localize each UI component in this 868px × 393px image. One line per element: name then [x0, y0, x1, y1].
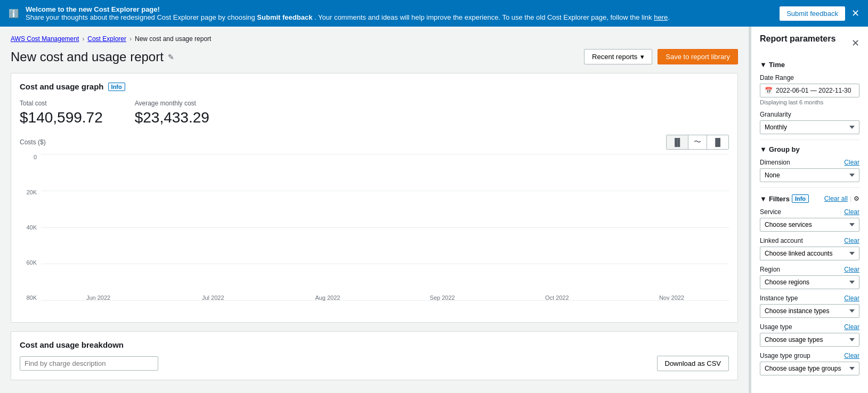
- usage-type-group-clear-link[interactable]: Clear: [844, 352, 859, 359]
- linked-account-field-header: Linked account Clear: [760, 237, 859, 244]
- banner-icon: ℹ️: [9, 9, 19, 19]
- chart-type-buttons: ▐▌ 〜 ▐▌: [666, 135, 729, 150]
- date-hint: Displaying last 6 months: [760, 99, 859, 105]
- chart-card: Cost and usage graph Info Total cost $14…: [11, 73, 738, 323]
- instance-type-field-header: Instance type Clear: [760, 294, 859, 302]
- chart-card-title: Cost and usage graph Info: [20, 82, 729, 91]
- usage-type-clear-link[interactable]: Clear: [844, 323, 859, 331]
- breakdown-title: Cost and usage breakdown: [20, 340, 729, 349]
- usage-type-group-field-header: Usage type group Clear: [760, 352, 859, 359]
- page-title-actions: Recent reports ▾ Save to report library: [584, 49, 738, 64]
- usage-type-select[interactable]: Choose usage types: [760, 333, 859, 347]
- page-title-row: New cost and usage report ✎ Recent repor…: [11, 49, 738, 64]
- bar-group-jun: Jun 2022: [41, 292, 156, 301]
- edit-title-icon[interactable]: ✎: [168, 53, 174, 61]
- granularity-select[interactable]: Monthly Daily Hourly: [760, 120, 859, 134]
- submit-feedback-button[interactable]: Submit feedback: [780, 6, 845, 21]
- calendar-icon: 📅: [765, 87, 773, 94]
- instance-type-select[interactable]: Choose instance types: [760, 304, 859, 318]
- bar-group-nov: Nov 2022: [614, 292, 729, 301]
- chart-info-badge[interactable]: Info: [108, 83, 125, 91]
- dimension-clear-link[interactable]: Clear: [844, 159, 859, 166]
- service-field-header: Service Clear: [760, 208, 859, 216]
- granularity-label: Granularity: [760, 111, 859, 118]
- time-section-header[interactable]: ▼ Time: [760, 61, 859, 69]
- save-report-button[interactable]: Save to report library: [658, 49, 738, 64]
- linked-account-select[interactable]: Choose linked accounts: [760, 247, 859, 260]
- region-clear-link[interactable]: Clear: [844, 266, 859, 273]
- avg-cost-stat: Average monthly cost $23,433.29: [135, 100, 209, 126]
- breadcrumb-current: New cost and usage report: [135, 35, 211, 43]
- banner-close-button[interactable]: ✕: [851, 9, 859, 18]
- bar-group-oct: Oct 2022: [500, 292, 614, 301]
- bar-group-sep: Sep 2022: [385, 292, 500, 301]
- group-by-arrow-icon: ▼: [760, 145, 767, 153]
- filters-arrow-icon: ▼: [760, 195, 767, 203]
- filters-title[interactable]: ▼ Filters Info: [760, 194, 809, 203]
- dimension-field-header: Dimension Clear: [760, 159, 859, 166]
- breadcrumb-aws-cost[interactable]: AWS Cost Management: [11, 35, 79, 43]
- total-cost-stat: Total cost $140,599.72: [20, 100, 103, 126]
- chart-inner: Jun 2022 Jul 2022 Aug 2022: [41, 154, 729, 314]
- panel-close-button[interactable]: ✕: [851, 37, 859, 49]
- usage-type-field-header: Usage type Clear: [760, 323, 859, 331]
- time-arrow-icon: ▼: [760, 61, 767, 69]
- report-parameters-panel: Report parameters ✕ ▼ Time Date Range 📅 …: [751, 27, 868, 393]
- dropdown-arrow-icon: ▾: [640, 53, 644, 61]
- service-select[interactable]: Choose services: [760, 218, 859, 232]
- filters-info-badge[interactable]: Info: [792, 194, 809, 203]
- filters-section-header: ▼ Filters Info Clear all | ⚙: [760, 194, 859, 203]
- y-axis: 80K 60K 40K 20K 0: [20, 154, 37, 314]
- breakdown-controls: Download as CSV: [20, 356, 729, 371]
- group-by-section-header[interactable]: ▼ Group by: [760, 145, 859, 153]
- filters-clear-all-link[interactable]: Clear all: [824, 195, 848, 202]
- panel-title: Report parameters: [760, 34, 835, 44]
- line-chart-button[interactable]: 〜: [688, 135, 707, 149]
- bar-group-aug: Aug 2022: [270, 292, 385, 301]
- date-range-input[interactable]: 📅 2022-06-01 — 2022-11-30: [760, 84, 859, 97]
- breadcrumb: AWS Cost Management › Cost Explorer › Ne…: [11, 35, 738, 43]
- page-title: New cost and usage report ✎: [11, 50, 174, 64]
- recent-reports-button[interactable]: Recent reports ▾: [584, 49, 652, 64]
- breakdown-search-input[interactable]: [20, 356, 158, 371]
- breadcrumb-cost-explorer[interactable]: Cost Explorer: [87, 35, 126, 43]
- stats-row: Total cost $140,599.72 Average monthly c…: [20, 100, 729, 126]
- banner-text: Welcome to the new Cost Explorer page! S…: [26, 5, 773, 21]
- instance-type-clear-link[interactable]: Clear: [844, 294, 859, 302]
- breakdown-card: Cost and usage breakdown Download as CSV: [11, 331, 738, 380]
- bar-chart-button[interactable]: ▐▌: [667, 135, 688, 149]
- bar-group-jul: Jul 2022: [156, 292, 270, 301]
- usage-type-group-select[interactable]: Choose usage type groups: [760, 362, 859, 375]
- bar-chart-area: 80K 60K 40K 20K 0: [20, 154, 729, 314]
- content-area: AWS Cost Management › Cost Explorer › Ne…: [0, 27, 749, 393]
- chart-controls: Costs ($) ▐▌ 〜 ▐▌: [20, 135, 729, 150]
- dimension-select[interactable]: None Service Linked account Region Insta…: [760, 168, 859, 182]
- old-explorer-link[interactable]: here: [654, 13, 668, 21]
- filters-settings-icon[interactable]: ⚙: [854, 195, 859, 202]
- panel-divider-2: [760, 187, 859, 188]
- date-range-label: Date Range: [760, 74, 859, 81]
- panel-divider-1: [760, 140, 859, 140]
- region-select[interactable]: Choose regions: [760, 275, 859, 289]
- linked-account-clear-link[interactable]: Clear: [844, 237, 859, 244]
- service-clear-link[interactable]: Clear: [844, 208, 859, 216]
- filters-actions: Clear all | ⚙: [824, 195, 859, 202]
- bars-container: Jun 2022 Jul 2022 Aug 2022: [41, 154, 729, 314]
- region-field-header: Region Clear: [760, 266, 859, 273]
- welcome-banner: ℹ️ Welcome to the new Cost Explorer page…: [0, 0, 868, 27]
- stacked-chart-button[interactable]: ▐▌: [707, 135, 728, 149]
- download-csv-button[interactable]: Download as CSV: [657, 356, 729, 371]
